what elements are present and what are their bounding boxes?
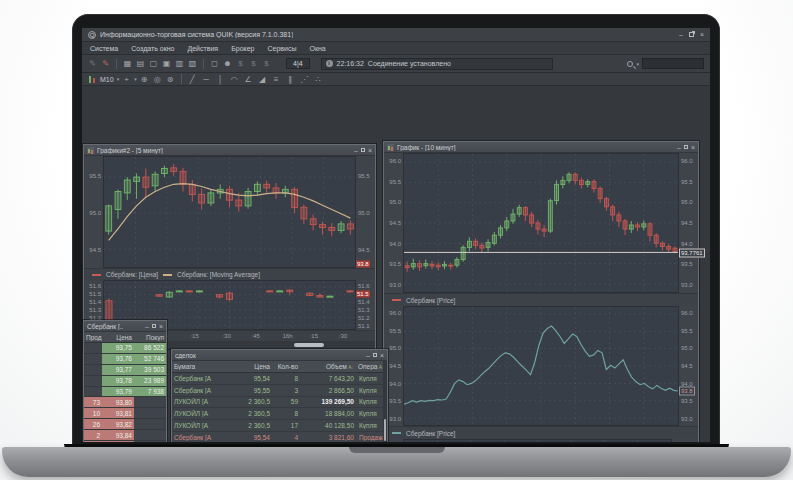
orderbook-column-header[interactable]: Прод: [84, 334, 102, 341]
draw-active-icon[interactable]: ✎: [101, 59, 110, 68]
orderbook-row[interactable]: 1093,81: [84, 408, 166, 419]
trades-row[interactable]: Сбербанк [А95,5487 643,20Купля: [172, 373, 387, 385]
clients-icon[interactable]: ☻: [223, 59, 232, 68]
search-input[interactable]: [642, 58, 704, 69]
orderbook-column-header[interactable]: Цена: [102, 334, 134, 341]
menu-item-1[interactable]: Система: [90, 45, 118, 52]
menu-item-6[interactable]: Окна: [309, 45, 325, 52]
trades-row[interactable]: Сбербанк [А95,5443 821,60Продажа: [172, 432, 387, 442]
app-close-button[interactable]: ×: [700, 31, 704, 38]
window-close-button[interactable]: ×: [368, 147, 372, 154]
volume-plot[interactable]: [403, 439, 672, 442]
y-tick: 94.5: [389, 220, 401, 226]
angle-icon[interactable]: ∠: [244, 75, 253, 84]
money-hold-icon[interactable]: $: [262, 59, 271, 68]
window-maximize-button[interactable]: [684, 145, 688, 149]
scrollbar-thumb[interactable]: [384, 419, 386, 441]
trades-column-header[interactable]: Кол-во: [272, 363, 300, 370]
left-chart-titlebar[interactable]: Графики#2 - [5 минут] – ×: [84, 145, 375, 156]
window-close-button[interactable]: ×: [691, 144, 695, 151]
triangle-icon[interactable]: ◢: [258, 75, 267, 84]
line-chart-plot[interactable]: [403, 306, 679, 426]
window-minimize-button[interactable]: –: [145, 323, 149, 330]
window-close-button[interactable]: ×: [380, 352, 384, 359]
crosshair-icon[interactable]: ⊕: [140, 75, 149, 84]
qty-cell: 17: [272, 422, 300, 429]
trades-column-header[interactable]: Объем A↓: [300, 363, 356, 370]
levels-icon[interactable]: ≡: [272, 75, 281, 84]
zoom-caret-icon[interactable]: ▾: [134, 76, 137, 82]
scrollbar-thumb[interactable]: [294, 343, 324, 347]
app-titlebar[interactable]: Q Информационно-торговая система QUIK (в…: [82, 28, 710, 42]
money-send-icon[interactable]: $: [236, 59, 245, 68]
candles-10min-plot[interactable]: [403, 153, 679, 293]
orderbook-titlebar[interactable]: Сбербанк [.. – ×: [84, 321, 166, 332]
window-minimize-button[interactable]: –: [354, 147, 358, 154]
price-cell: 93,76: [102, 354, 134, 364]
trend-line-icon[interactable]: ╱: [188, 75, 197, 84]
vertical-line-icon[interactable]: │: [216, 75, 225, 84]
new-table-icon[interactable]: ▦: [123, 59, 132, 68]
y-tick: 93.0: [389, 282, 401, 288]
orderbook-window: Сбербанк [.. – × ПродЦенаПокуп 93,7586 5…: [83, 320, 167, 442]
chart-window-icon[interactable]: ▤: [136, 59, 145, 68]
window-close-button[interactable]: ×: [159, 323, 163, 330]
trades-column-header[interactable]: Бумага: [172, 363, 234, 370]
arc-icon[interactable]: ◠: [230, 75, 239, 84]
target-icon[interactable]: ◎: [153, 75, 162, 84]
menu-item-4[interactable]: Брокер: [231, 45, 254, 52]
money-recv-icon[interactable]: $: [249, 59, 258, 68]
trades-column-header[interactable]: Цена: [234, 363, 272, 370]
vertical-scrollbar[interactable]: [383, 361, 387, 442]
security-cell: ЛУКОЙЛ [А: [172, 422, 234, 429]
window-minimize-button[interactable]: –: [366, 352, 370, 359]
trades-row[interactable]: Сбербанк [А95,5532 866,50Купля: [172, 385, 387, 397]
quotes-window-icon[interactable]: ▣: [162, 59, 171, 68]
zoom-in-button[interactable]: +: [122, 75, 131, 84]
settings-window-icon[interactable]: ▧: [188, 59, 197, 68]
orderbook-row[interactable]: 293,84: [84, 430, 166, 441]
search-caret-icon[interactable]: ▾: [636, 61, 639, 67]
window-maximize-button[interactable]: [361, 148, 365, 152]
trades-row[interactable]: ЛУКОЙЛ [А2 360,5818 884,00Купля: [172, 408, 387, 420]
message-icon[interactable]: ◻: [210, 59, 219, 68]
orderbook-column-header[interactable]: Покуп: [134, 334, 166, 341]
horizontal-line-icon[interactable]: ─: [202, 75, 211, 84]
pointer-dots-icon[interactable]: ∴: [314, 75, 323, 84]
search-icon[interactable]: [627, 61, 633, 67]
orderbook-row[interactable]: 93,7823 989: [84, 376, 166, 387]
menu-item-5[interactable]: Сервисы: [267, 45, 296, 52]
interval-caret-icon[interactable]: ▾: [117, 76, 120, 82]
candle-style-icon[interactable]: [88, 75, 97, 84]
window-maximize-button[interactable]: [373, 353, 377, 357]
interval-selector[interactable]: M10: [100, 76, 114, 83]
orderbook-row[interactable]: 7393,80: [84, 397, 166, 408]
app-minimize-button[interactable]: –: [679, 31, 683, 38]
orderbook-row[interactable]: 93,797 938: [84, 387, 166, 398]
menu-item-3[interactable]: Действия: [187, 45, 218, 52]
qty-cell: 8: [272, 410, 300, 417]
orderbook-row[interactable]: 393,85: [84, 441, 166, 442]
app-restore-button[interactable]: [689, 32, 694, 37]
window-minimize-button[interactable]: –: [677, 144, 681, 151]
orderbook-row[interactable]: 93,7586 522: [84, 343, 166, 354]
trades-row[interactable]: ЛУКОЙЛ [А2 360,51740 128,50Купля: [172, 420, 387, 432]
x-tick: :45: [252, 333, 260, 339]
hand-tool-icon[interactable]: ⊛: [166, 75, 175, 84]
grid-window-icon[interactable]: ▥: [175, 59, 184, 68]
trades-titlebar[interactable]: сделок – ×: [172, 350, 387, 361]
y-axis-left: 96.095.595.094.594.093.593.0: [384, 153, 403, 293]
parallel-icon[interactable]: ∥: [286, 75, 295, 84]
y-tick: 95.5: [358, 173, 370, 179]
blank-window-icon[interactable]: ▢: [149, 59, 158, 68]
candles-5min-plot[interactable]: [103, 156, 356, 268]
orderbook-row[interactable]: 93,7739 503: [84, 365, 166, 376]
window-maximize-button[interactable]: [152, 324, 156, 328]
polyline-icon[interactable]: ⋰: [300, 75, 309, 84]
trades-row[interactable]: ЛУКОЙЛ [А2 360,559139 269,50Купля: [172, 397, 387, 409]
orderbook-row[interactable]: 93,7652 746: [84, 354, 166, 365]
menu-item-2[interactable]: Создать окно: [131, 45, 174, 52]
right-chart-titlebar[interactable]: График - [10 минут] – ×: [384, 142, 698, 153]
draw-icon[interactable]: ✎: [88, 59, 97, 68]
orderbook-row[interactable]: 2693,82: [84, 419, 166, 430]
